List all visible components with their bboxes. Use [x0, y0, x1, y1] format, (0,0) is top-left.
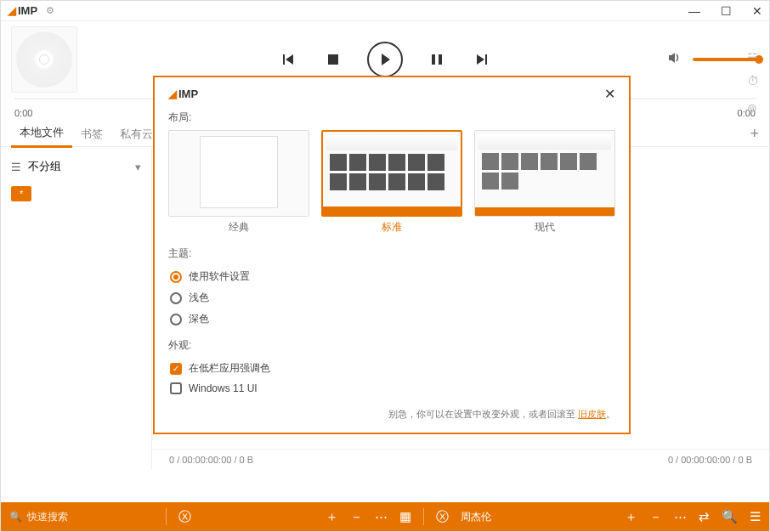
layout-classic[interactable]: 经典 [168, 130, 309, 238]
group-selector[interactable]: ☰ 不分组 ▾ [8, 154, 144, 179]
grid-icon[interactable]: ▦ [399, 509, 411, 524]
radio-icon [170, 292, 182, 304]
search-placeholder: 快速搜索 [27, 510, 68, 524]
bottombar: 🔍 快速搜索 ⓧ ＋ － ⋯ ▦ ⓧ 周杰伦 ＋ － ⋯ ⇄ 🔍 ☰ [1, 502, 769, 531]
layout-caption: 经典 [225, 217, 252, 238]
add-icon[interactable]: ＋ [326, 509, 338, 525]
footer-link[interactable]: 旧皮肤 [578, 409, 606, 419]
checkbox-icon [170, 382, 182, 394]
dialog-footer: 别急，你可以在设置中改变外观，或者回滚至 旧皮肤。 [168, 408, 615, 421]
footer-text: 别急，你可以在设置中改变外观，或者回滚至 [388, 409, 578, 419]
add-icon-2[interactable]: ＋ [625, 509, 637, 525]
list-icon: ☰ [11, 161, 21, 173]
appearance-dialog: ◢ IMP ✕ 布局: 经典 标准 现代 主题: 使用软件设置 浅色 深色 外观… [153, 76, 631, 434]
radio-icon [170, 314, 182, 325]
dialog-close-button[interactable]: ✕ [604, 86, 615, 102]
check-label: Windows 11 UI [189, 382, 258, 394]
filter-badge[interactable]: * [11, 186, 31, 201]
theme-option-label: 深色 [189, 312, 209, 326]
layout-modern[interactable]: 现代 [474, 130, 615, 238]
logo-icon: ◢ [8, 4, 16, 17]
layout-standard[interactable]: 标准 [321, 130, 462, 238]
remove-icon[interactable]: － [350, 509, 363, 525]
separator [423, 508, 424, 525]
svg-rect-2 [432, 54, 435, 65]
svg-rect-0 [283, 54, 285, 65]
check-win11[interactable]: Windows 11 UI [168, 379, 615, 398]
current-tag[interactable]: 周杰伦 [461, 510, 491, 524]
album-art[interactable] [11, 26, 77, 93]
search-icon-2[interactable]: 🔍 [722, 509, 738, 524]
pause-button[interactable] [427, 49, 447, 70]
chevron-down-icon: ▾ [135, 161, 141, 173]
tag-clear-icon[interactable]: ⓧ [436, 509, 449, 525]
group-label: 不分组 [28, 159, 61, 174]
time-current: 0:00 [14, 108, 32, 118]
svg-rect-1 [328, 54, 338, 65]
svg-rect-4 [485, 54, 487, 65]
tab-bookmarks[interactable]: 书签 [72, 122, 111, 147]
prev-button[interactable] [279, 49, 299, 70]
app-logo: ◢ IMP [8, 4, 37, 17]
theme-option-label: 浅色 [189, 291, 209, 305]
dialog-logo: ◢ IMP [168, 88, 198, 100]
search-box[interactable]: 🔍 快速搜索 [9, 510, 154, 524]
equalizer-icon[interactable]: ⚍ [747, 47, 759, 60]
status-left: 0 / 00:00:00:00 / 0 B [169, 455, 253, 465]
volume-controls [667, 50, 759, 69]
layout-label: 布局: [168, 110, 615, 125]
clock-icon[interactable]: ⏱ [747, 74, 759, 88]
side-tools: ⚍ ⏱ ⊚ [747, 47, 759, 115]
layout-options: 经典 标准 现代 [168, 130, 615, 238]
playback-controls [279, 42, 491, 77]
status-row: 0 / 00:00:00:00 / 0 B 0 / 00:00:00:00 / … [152, 449, 769, 470]
shuffle-icon[interactable]: ⇄ [699, 509, 710, 524]
minimize-button[interactable]: — [688, 4, 700, 18]
window-controls: — ☐ ✕ [688, 4, 762, 18]
clear-icon[interactable]: ⓧ [178, 509, 191, 525]
menu-icon[interactable]: ☰ [750, 509, 761, 524]
stop-button[interactable] [323, 49, 343, 70]
maximize-button[interactable]: ☐ [721, 4, 732, 18]
tab-local[interactable]: 本地文件 [11, 120, 72, 148]
remove-icon-2[interactable]: － [649, 509, 662, 525]
appearance-label: 外观: [168, 338, 615, 353]
more-icon-2[interactable]: ⋯ [674, 509, 687, 524]
logo-icon: ◢ [168, 88, 177, 100]
separator [166, 508, 167, 525]
check-label: 在低栏应用强调色 [189, 361, 270, 376]
layout-caption: 现代 [531, 217, 558, 238]
checkbox-icon: ✓ [170, 363, 182, 375]
layout-caption: 标准 [378, 217, 405, 238]
layout-preview [321, 130, 462, 217]
sidebar: ☰ 不分组 ▾ * [1, 147, 152, 470]
close-button[interactable]: ✕ [752, 4, 762, 18]
theme-dark[interactable]: 深色 [168, 308, 615, 330]
titlebar: ◢ IMP ⚙ — ☐ ✕ [1, 1, 769, 21]
broadcast-icon[interactable]: ⊚ [747, 101, 759, 115]
theme-light[interactable]: 浅色 [168, 287, 615, 308]
layout-preview [168, 130, 309, 217]
app-name: IMP [18, 4, 37, 17]
dialog-app-name: IMP [178, 88, 198, 100]
status-right: 0 / 00:00:00:00 / 0 B [668, 455, 752, 465]
theme-label: 主题: [168, 246, 615, 261]
next-button[interactable] [471, 49, 491, 70]
check-accent[interactable]: ✓在低栏应用强调色 [168, 358, 615, 379]
play-button[interactable] [367, 42, 403, 77]
dialog-header: ◢ IMP ✕ [168, 86, 615, 102]
layout-preview [474, 130, 615, 217]
theme-software[interactable]: 使用软件设置 [168, 266, 615, 287]
add-tab-button[interactable]: + [750, 125, 759, 143]
theme-option-label: 使用软件设置 [189, 269, 250, 284]
search-icon: 🔍 [9, 511, 22, 523]
more-icon[interactable]: ⋯ [375, 509, 388, 524]
volume-icon[interactable] [667, 50, 682, 69]
gear-icon[interactable]: ⚙ [46, 5, 54, 16]
svg-rect-3 [439, 54, 442, 65]
radio-icon [170, 271, 182, 283]
